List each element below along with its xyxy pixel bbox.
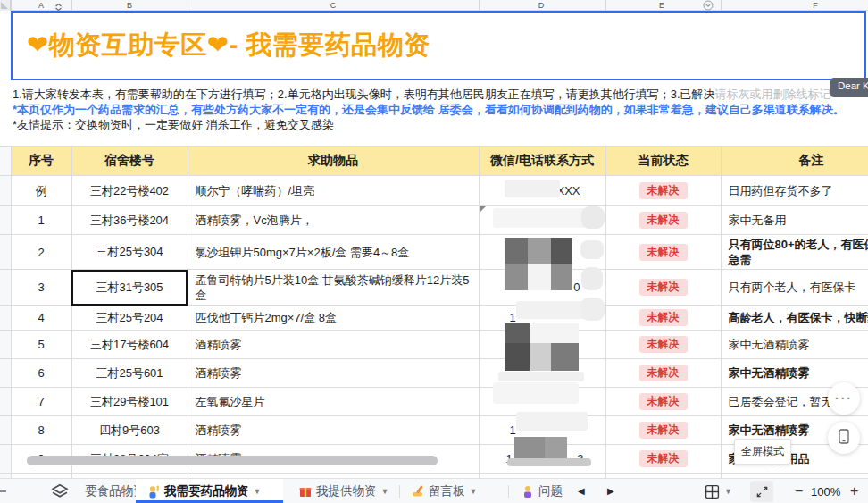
column-letter-F[interactable]: F xyxy=(813,0,818,11)
cell-serial[interactable]: 8 xyxy=(11,416,71,445)
cell-status[interactable]: 未解决 xyxy=(605,206,721,235)
cell-serial[interactable]: 1 xyxy=(11,206,71,235)
cell-contact[interactable]: 1 xyxy=(479,306,605,331)
zoom-out-button[interactable]: − xyxy=(795,479,803,503)
cell-contact[interactable]: 1 xyxy=(479,416,605,445)
grid-view-button[interactable]: ▼ xyxy=(705,479,732,503)
header-building[interactable]: 宿舍楼号 xyxy=(71,147,188,176)
cell-item[interactable]: 匹伐他丁钙片2mg×7/盒 8盒 xyxy=(188,306,479,331)
status-badge: 未解决 xyxy=(639,336,688,353)
cell-status[interactable]: 未解决 xyxy=(605,306,721,331)
cell-contact[interactable] xyxy=(479,359,605,388)
tab-provide-supplies[interactable]: 我提供物资 ▼ xyxy=(298,479,388,503)
collapse-icon[interactable] xyxy=(0,490,6,492)
cell-contact[interactable] xyxy=(479,235,605,270)
contact-fragment: XXX xyxy=(556,184,580,197)
status-badge: 未解决 xyxy=(639,422,688,439)
instructions-block[interactable]: 1.请大家转发本表，有需要帮助的在下方进行填写；2.单元格内出现头像时，表明有其… xyxy=(13,87,868,132)
caret-down-icon: ▼ xyxy=(470,487,478,496)
cell-item[interactable]: 酒精喷雾 xyxy=(188,359,479,388)
zoom-in-button[interactable]: + xyxy=(850,479,858,503)
column-letter-E[interactable]: E xyxy=(659,0,664,11)
cell-status[interactable]: 未解决 xyxy=(605,331,721,359)
cell-contact[interactable]: 0 xyxy=(479,270,605,306)
cell-building[interactable]: 三村36号楼204 xyxy=(71,206,188,235)
column-letter-B[interactable]: B xyxy=(127,0,132,11)
cell-serial[interactable]: 5 xyxy=(11,331,71,359)
cell-item[interactable]: 氯沙坦钾片50mg×7片×2板/盒 需要4～8盒 xyxy=(188,235,479,270)
cell-item[interactable]: 孟鲁司特钠片5片装10盒 甘氨酸茶碱钠缓释片12片装5盒 xyxy=(188,270,479,306)
column-letter-D[interactable]: D xyxy=(538,0,545,11)
cell-building[interactable]: 三村22号楼402 xyxy=(71,176,188,206)
column-letter-C[interactable]: C xyxy=(330,0,337,11)
cell-remark[interactable]: 家中无酒精喷雾 xyxy=(721,331,868,359)
cell-building[interactable]: 三村25号601 xyxy=(71,359,188,388)
table-row: 7 三村29号楼101 左氧氟沙星片 未解决 已居委会登记，暂无消息 xyxy=(0,388,868,416)
cell-item[interactable]: 酒精喷雾 xyxy=(188,331,479,359)
cell-remark[interactable]: 只有两个老人，有医保卡 xyxy=(721,270,868,306)
select-all-corner[interactable] xyxy=(0,0,11,11)
cell-building[interactable]: 三村17号楼604 xyxy=(71,331,188,359)
cell-serial[interactable]: 6 xyxy=(11,359,71,388)
sheet-list-icon[interactable] xyxy=(49,483,71,501)
header-remark[interactable]: 备注 xyxy=(721,147,868,176)
cell-building[interactable]: 四村9号603 xyxy=(71,416,188,445)
cell-status[interactable]: 未解决 xyxy=(605,270,721,306)
tab-need-medicine[interactable]: 我需要药品物资 ▼ xyxy=(146,479,261,503)
cell-remark[interactable]: 只有两位80+的老人，有医保卡 急需 xyxy=(721,235,868,270)
cell-item[interactable]: 顺尔宁（哮喘药）/坦亮 xyxy=(188,176,479,206)
title-cell[interactable]: ❤物资互助专区❤- 我需要药品物资 xyxy=(11,11,866,80)
cell-serial[interactable]: 7 xyxy=(11,388,71,416)
sheet-table: 序号 宿舍楼号 求助物品 微信/电话联系方式 当前状态 备注 例 三村22号楼4… xyxy=(0,146,868,478)
gift-emoji-icon xyxy=(298,484,313,499)
prev-sheet-arrow[interactable]: ◀ xyxy=(578,486,585,496)
tab-questions[interactable]: 问题 xyxy=(521,479,569,503)
cell-status[interactable]: 未解决 xyxy=(605,176,721,206)
mobile-view-button[interactable] xyxy=(828,422,860,454)
cell-item[interactable]: 酒精喷雾 xyxy=(188,416,479,445)
cell-serial[interactable]: 4 xyxy=(11,306,71,331)
cell-building[interactable]: 三村25号204 xyxy=(71,306,188,331)
cell-building[interactable]: 三村25号304 xyxy=(71,235,188,270)
tab-message-board[interactable]: 留言板 ▼ xyxy=(411,479,477,503)
header-item[interactable]: 求助物品 xyxy=(188,147,479,176)
cell-serial[interactable]: 例 xyxy=(11,176,71,206)
fullscreen-button[interactable] xyxy=(750,481,773,502)
status-badge: 未解决 xyxy=(639,393,688,410)
person-gesture-emoji-icon xyxy=(521,484,535,499)
cell-remark[interactable]: 日用药但存货不多了 xyxy=(721,176,868,206)
cell-contact[interactable] xyxy=(479,206,605,235)
header-contact[interactable]: 微信/电话联系方式 xyxy=(479,147,605,176)
next-sheet-arrow[interactable]: ▶ xyxy=(607,486,614,496)
more-options-button[interactable]: ··· xyxy=(828,382,860,415)
cell-remark[interactable]: 高龄老人，有医保卡，快断药了 xyxy=(721,306,868,331)
cell-status[interactable]: 未解决 xyxy=(605,445,721,474)
zoom-level[interactable]: 100% xyxy=(811,485,840,499)
cell-status[interactable]: 未解决 xyxy=(605,235,721,270)
cell-contact[interactable]: XXX xyxy=(479,176,605,206)
cell-serial[interactable]: 3 xyxy=(11,270,71,306)
grid-icon xyxy=(705,484,720,499)
cell-contact[interactable] xyxy=(479,331,605,359)
cell-status[interactable]: 未解决 xyxy=(605,359,721,388)
cell-contact[interactable] xyxy=(479,388,605,416)
cell-building[interactable]: 三村31号305 xyxy=(71,270,188,306)
column-letter-A[interactable]: A xyxy=(38,0,44,11)
sort-chevrons-icon[interactable] xyxy=(54,1,63,14)
cell-serial[interactable]: 2 xyxy=(11,235,71,270)
header-status[interactable]: 当前状态 xyxy=(605,147,721,176)
cell-remark[interactable]: 家中无备用 xyxy=(721,206,868,235)
cell-building[interactable]: 三村29号楼101 xyxy=(71,388,188,416)
cell-item[interactable]: 酒精喷雾，Vc泡腾片， xyxy=(188,206,479,235)
row-gutter xyxy=(0,176,11,206)
header-serial[interactable]: 序号 xyxy=(11,147,71,176)
cell-status[interactable]: 未解决 xyxy=(605,416,721,445)
horizontal-scrollbar[interactable] xyxy=(27,456,438,465)
cell-item[interactable]: 左氧氟沙星片 xyxy=(188,388,479,416)
row-gutter xyxy=(0,306,11,331)
table-row: 3 三村31号305 孟鲁司特钠片5片装10盒 甘氨酸茶碱钠缓释片12片装5盒 … xyxy=(0,270,868,306)
cell-contact[interactable]: 13 xyxy=(479,445,605,474)
cell-status[interactable]: 未解决 xyxy=(605,388,721,416)
status-badge: 未解决 xyxy=(639,279,688,296)
filter-circle-icon[interactable] xyxy=(703,0,714,13)
